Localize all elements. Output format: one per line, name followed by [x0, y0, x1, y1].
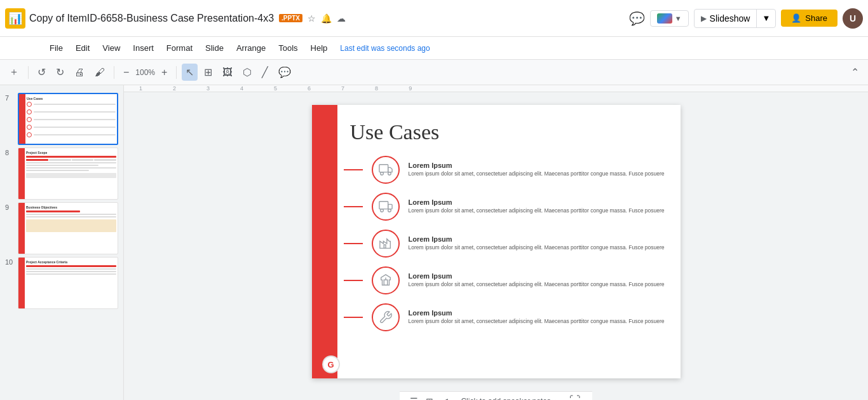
menu-file[interactable]: File — [44, 41, 68, 55]
undo-button[interactable]: ↺ — [34, 64, 50, 81]
tools-icon — [379, 310, 393, 324]
use-case-text-4: Lorem Ipsum Lorem ipsum dolor sit amet, … — [409, 272, 674, 289]
list-view-button[interactable]: ☰ — [407, 395, 421, 401]
share-label: Share — [805, 13, 827, 23]
slide-number-9: 9 — [5, 202, 14, 211]
icon-circle-1 — [372, 156, 400, 184]
toolbar-separator — [28, 66, 29, 79]
slide-thumb-7[interactable]: 7 Use Cases — [5, 93, 118, 145]
mini-line — [34, 104, 116, 105]
fit-button[interactable]: ⛶ — [566, 392, 585, 400]
use-case-body-1: Lorem ipsum dolor sit amet, consectetuer… — [409, 170, 674, 178]
toolbar: ＋ ↺ ↻ 🖨 🖌 − 100% + ↖ ⊞ 🖼 ⬡ ╱ 💬 ⌃ — [0, 60, 868, 85]
mini-line — [34, 127, 116, 128]
mini-circle — [27, 117, 32, 122]
menu-bar: File Edit View Insert Format Slide Arran… — [0, 37, 868, 60]
header-right: 💬 ▼ ▶ Slideshow ▼ 👤 Share U — [629, 8, 863, 29]
last-edit-link[interactable]: Last edit was seconds ago — [340, 44, 430, 53]
text-box-button[interactable]: ⊞ — [200, 64, 216, 81]
cursor-tool-button[interactable]: ↖ — [182, 64, 198, 81]
mini-red-row — [26, 156, 116, 158]
zoom-in-button[interactable]: + — [158, 64, 171, 81]
mini-circle — [27, 125, 32, 130]
construction-icon — [379, 273, 393, 287]
collapse-panel-button[interactable]: ⌃ — [847, 64, 863, 81]
mini-row — [27, 125, 116, 130]
use-case-text-5: Lorem Ipsum Lorem ipsum dolor sit amet, … — [409, 309, 674, 326]
slide-canvas[interactable]: Use Cases Lorem Ipsum Lorem ipsum dolor — [312, 105, 681, 378]
svg-rect-0 — [379, 165, 388, 172]
slide-red-bar — [19, 94, 25, 144]
slide-thumb-10[interactable]: 10 Project Acceptance Criteria — [5, 257, 118, 309]
collapse-sidebar-button[interactable]: ◀ — [438, 395, 451, 401]
mini-row — [27, 102, 116, 107]
mini-row — [27, 117, 116, 122]
main-area: 7 Use Cases — [0, 85, 868, 400]
toolbar-separator-3 — [176, 66, 177, 79]
three-dots-icon: ••• — [551, 396, 560, 401]
icon-circle-5 — [372, 303, 400, 331]
share-button[interactable]: 👤 Share — [781, 10, 837, 27]
connector-5 — [344, 317, 363, 318]
mini-circle — [27, 109, 32, 114]
slide-image-10[interactable]: Project Acceptance Criteria — [18, 257, 118, 309]
shapes-button[interactable]: ⬡ — [239, 64, 255, 81]
menu-view[interactable]: View — [97, 41, 125, 55]
slideshow-button[interactable]: ▶ Slideshow ▼ — [694, 9, 776, 28]
slide-preview-10: Project Acceptance Criteria — [18, 258, 118, 308]
menu-tools[interactable]: Tools — [273, 41, 302, 55]
menu-help[interactable]: Help — [306, 41, 333, 55]
slide-content-preview: Use Cases — [27, 97, 116, 142]
grid-view-button[interactable]: ⊞ — [423, 395, 436, 401]
slide-thumb-8[interactable]: 8 Project Scope — [5, 148, 118, 200]
menu-arrange[interactable]: Arrange — [231, 41, 271, 55]
svg-rect-5 — [388, 204, 391, 209]
slide-title-8: Project Scope — [26, 151, 116, 155]
use-case-body-4: Lorem ipsum dolor sit amet, consectetuer… — [409, 281, 674, 289]
menu-insert[interactable]: Insert — [128, 41, 159, 55]
user-avatar[interactable]: U — [843, 8, 863, 29]
slide-image-9[interactable]: Business Objectives — [18, 202, 118, 254]
slide-image-8[interactable]: Project Scope — [18, 148, 118, 200]
top-bar: 📊 Copy of ItemID-6658-Business Case Pres… — [0, 0, 868, 37]
redo-button[interactable]: ↻ — [52, 64, 68, 81]
line-button[interactable]: ╱ — [258, 64, 272, 81]
google-g-circle: G — [322, 355, 340, 373]
comment-button[interactable]: 💬 — [629, 11, 645, 26]
mini-circle — [27, 132, 32, 137]
menu-edit[interactable]: Edit — [71, 41, 95, 55]
slide-preview-7: Use Cases — [19, 94, 117, 144]
bottom-bar: ☰ ⊞ ◀ Click to add speaker notes ••• ⛶ — [400, 391, 592, 400]
image-button[interactable]: 🖼 — [219, 64, 236, 81]
document-title: Copy of ItemID-6658-Business Case Presen… — [29, 13, 274, 24]
connector-2 — [344, 206, 363, 207]
use-case-title-2: Lorem Ipsum — [409, 198, 674, 206]
connector-4 — [344, 280, 363, 281]
svg-point-7 — [388, 209, 391, 212]
slide-red-bar — [18, 203, 25, 254]
zoom-out-button[interactable]: − — [119, 64, 133, 81]
star-icon[interactable]: ☆ — [308, 13, 316, 24]
horizontal-ruler: 1 2 3 4 5 6 7 8 9 — [124, 85, 868, 92]
cloud-icon[interactable]: 🔔 — [321, 13, 332, 24]
menu-format[interactable]: Format — [161, 41, 198, 55]
slide-number-10: 10 — [5, 257, 14, 266]
history-icon[interactable]: ☁ — [337, 13, 346, 24]
zoom-level: 100% — [135, 68, 155, 77]
slide-image-7[interactable]: Use Cases — [18, 93, 118, 145]
use-case-title-1: Lorem Ipsum — [409, 162, 674, 169]
svg-point-2 — [380, 172, 383, 176]
mini-line — [34, 134, 116, 135]
use-case-body-5: Lorem ipsum dolor sit amet, consectetuer… — [409, 318, 674, 326]
slideshow-dropdown[interactable]: ▼ — [757, 10, 775, 27]
speaker-notes-placeholder[interactable]: Click to add speaker notes — [461, 397, 550, 401]
slideshow-main[interactable]: ▶ Slideshow — [695, 10, 757, 27]
meet-button[interactable]: ▼ — [650, 10, 689, 27]
use-case-title-4: Lorem Ipsum — [409, 272, 674, 280]
add-button[interactable]: ＋ — [5, 63, 23, 81]
comment-tool-button[interactable]: 💬 — [275, 64, 295, 81]
menu-slide[interactable]: Slide — [200, 41, 229, 55]
format-paint-button[interactable]: 🖌 — [91, 64, 109, 81]
slide-thumb-9[interactable]: 9 Business Objectives — [5, 202, 118, 254]
print-button[interactable]: 🖨 — [71, 64, 88, 81]
